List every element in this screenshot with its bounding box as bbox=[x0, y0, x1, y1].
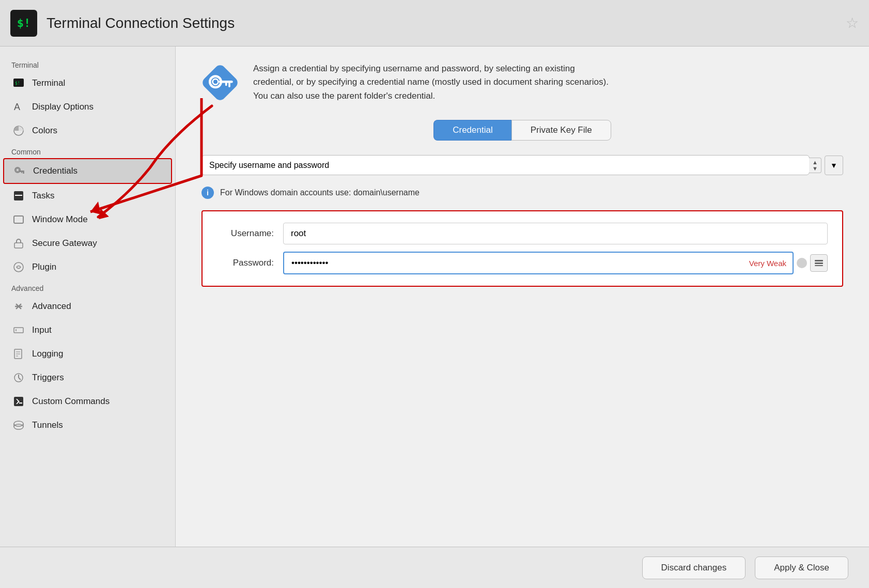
sidebar-label-credentials: Credentials bbox=[33, 166, 77, 176]
svg-line-27 bbox=[19, 378, 21, 380]
sidebar-label-advanced: Advanced bbox=[32, 301, 71, 312]
password-strength-label: Very Weak bbox=[743, 259, 793, 268]
tab-credential[interactable]: Credential bbox=[433, 120, 511, 141]
svg-point-7 bbox=[16, 168, 19, 172]
sidebar-item-colors[interactable]: Colors bbox=[0, 119, 175, 143]
password-reveal-icon[interactable] bbox=[797, 258, 807, 268]
plugin-icon bbox=[11, 260, 26, 274]
info-icon: i bbox=[201, 187, 214, 199]
content-area: Assign a credential by specifying userna… bbox=[176, 47, 869, 547]
username-label: Username: bbox=[217, 228, 274, 239]
svg-rect-41 bbox=[815, 260, 823, 261]
svg-text:A: A bbox=[14, 102, 20, 112]
sidebar-section-common: Common Credentials Tasks Window Mode bbox=[0, 143, 175, 279]
sidebar-item-secure-gateway[interactable]: Secure Gateway bbox=[0, 231, 175, 255]
sidebar-label-triggers: Triggers bbox=[32, 373, 64, 383]
password-extra-btn[interactable] bbox=[810, 254, 828, 272]
display-options-icon: A bbox=[11, 100, 26, 114]
username-row: Username: bbox=[217, 223, 828, 244]
terminal-icon: $! bbox=[11, 76, 26, 90]
dropdown-chevron[interactable]: ▼ bbox=[825, 156, 843, 175]
sidebar-section-terminal: Terminal $! Terminal A Display Options C… bbox=[0, 56, 175, 143]
sidebar-item-custom-commands[interactable]: Custom Commands bbox=[0, 390, 175, 413]
main-content: Terminal $! Terminal A Display Options C… bbox=[0, 47, 869, 547]
sidebar-label-logging: Logging bbox=[32, 349, 64, 359]
custom-commands-icon bbox=[11, 394, 26, 409]
svg-rect-43 bbox=[815, 265, 823, 266]
description-text: Assign a credential by specifying userna… bbox=[253, 62, 615, 103]
sidebar-label-input: Input bbox=[32, 325, 52, 335]
sidebar-item-display-options[interactable]: A Display Options bbox=[0, 95, 175, 119]
info-row: i For Windows domain accounts use: domai… bbox=[201, 187, 843, 199]
svg-rect-13 bbox=[14, 216, 23, 223]
sidebar-label-secure-gateway: Secure Gateway bbox=[32, 238, 97, 249]
sidebar-label-window-mode: Window Mode bbox=[32, 214, 88, 225]
sidebar-item-terminal[interactable]: $! Terminal bbox=[0, 71, 175, 95]
svg-rect-14 bbox=[14, 243, 23, 248]
sidebar-item-advanced[interactable]: Advanced bbox=[0, 295, 175, 318]
sidebar-item-window-mode[interactable]: Window Mode bbox=[0, 208, 175, 231]
sidebar-section-advanced: Advanced Advanced Input Logging bbox=[0, 279, 175, 437]
username-input[interactable] bbox=[283, 223, 828, 244]
svg-rect-19 bbox=[14, 328, 23, 333]
credentials-box: Username: Password: Very Weak bbox=[201, 210, 843, 287]
sidebar-item-tasks[interactable]: Tasks bbox=[0, 184, 175, 208]
window-title: Terminal Connection Settings bbox=[46, 15, 846, 32]
password-row: Password: Very Weak bbox=[217, 252, 828, 274]
password-input[interactable] bbox=[284, 253, 743, 273]
app-icon-text: $! bbox=[17, 17, 31, 29]
secure-gateway-icon bbox=[11, 236, 26, 251]
svg-rect-9 bbox=[23, 172, 24, 174]
svg-rect-10 bbox=[21, 172, 22, 173]
sidebar-item-logging[interactable]: Logging bbox=[0, 342, 175, 366]
sidebar-label-terminal: Terminal bbox=[32, 78, 65, 88]
sidebar-item-input[interactable]: Input bbox=[0, 318, 175, 342]
sidebar-label-colors: Colors bbox=[32, 126, 57, 136]
credential-type-dropdown[interactable]: Specify username and password Use existi… bbox=[201, 155, 810, 175]
svg-rect-8 bbox=[19, 171, 24, 172]
info-text: For Windows domain accounts use: domain\… bbox=[220, 188, 420, 197]
sidebar: Terminal $! Terminal A Display Options C… bbox=[0, 47, 176, 547]
description-row: Assign a credential by specifying userna… bbox=[201, 62, 843, 103]
svg-rect-12 bbox=[15, 195, 22, 196]
sidebar-label-custom-commands: Custom Commands bbox=[32, 396, 110, 407]
tasks-icon bbox=[11, 189, 26, 203]
sidebar-label-display-options: Display Options bbox=[32, 102, 94, 112]
svg-rect-30 bbox=[19, 403, 22, 404]
triggers-icon bbox=[11, 370, 26, 385]
tunnels-icon bbox=[11, 418, 26, 432]
sidebar-label-tunnels: Tunnels bbox=[32, 420, 63, 430]
password-label: Password: bbox=[217, 258, 274, 268]
sidebar-label-plugin: Plugin bbox=[32, 262, 56, 272]
svg-text:$!: $! bbox=[15, 81, 20, 86]
title-bar: $! Terminal Connection Settings ☆ bbox=[0, 0, 869, 47]
section-label-common: Common bbox=[0, 143, 175, 158]
apply-close-button[interactable]: Apply & Close bbox=[755, 556, 848, 579]
bottom-bar: Discard changes Apply & Close bbox=[0, 547, 869, 588]
section-label-advanced: Advanced bbox=[0, 279, 175, 295]
svg-point-34 bbox=[14, 424, 23, 429]
key-icon bbox=[201, 64, 239, 103]
sidebar-item-plugin[interactable]: Plugin bbox=[0, 255, 175, 279]
sidebar-item-credentials[interactable]: Credentials bbox=[3, 158, 172, 184]
tabs-row: Credential Private Key File bbox=[201, 120, 843, 141]
svg-point-31 bbox=[14, 421, 23, 426]
dropdown-row: Specify username and password Use existi… bbox=[201, 155, 843, 175]
sidebar-item-tunnels[interactable]: Tunnels bbox=[0, 413, 175, 437]
window-mode-icon bbox=[11, 212, 26, 227]
tab-private-key-file[interactable]: Private Key File bbox=[511, 120, 611, 141]
sidebar-item-triggers[interactable]: Triggers bbox=[0, 366, 175, 390]
section-label-terminal: Terminal bbox=[0, 56, 175, 71]
advanced-icon bbox=[11, 299, 26, 314]
discard-changes-button[interactable]: Discard changes bbox=[642, 556, 746, 579]
sidebar-label-tasks: Tasks bbox=[32, 191, 54, 201]
svg-rect-42 bbox=[815, 262, 823, 264]
app-icon: $! bbox=[10, 10, 37, 37]
password-wrapper: Very Weak bbox=[283, 252, 794, 274]
credentials-icon bbox=[12, 164, 27, 178]
logging-icon bbox=[11, 347, 26, 361]
dropdown-stepper[interactable]: ▲ ▼ bbox=[809, 158, 821, 173]
input-icon bbox=[11, 323, 26, 337]
favorite-star-icon[interactable]: ☆ bbox=[846, 14, 859, 32]
svg-point-15 bbox=[14, 262, 23, 272]
